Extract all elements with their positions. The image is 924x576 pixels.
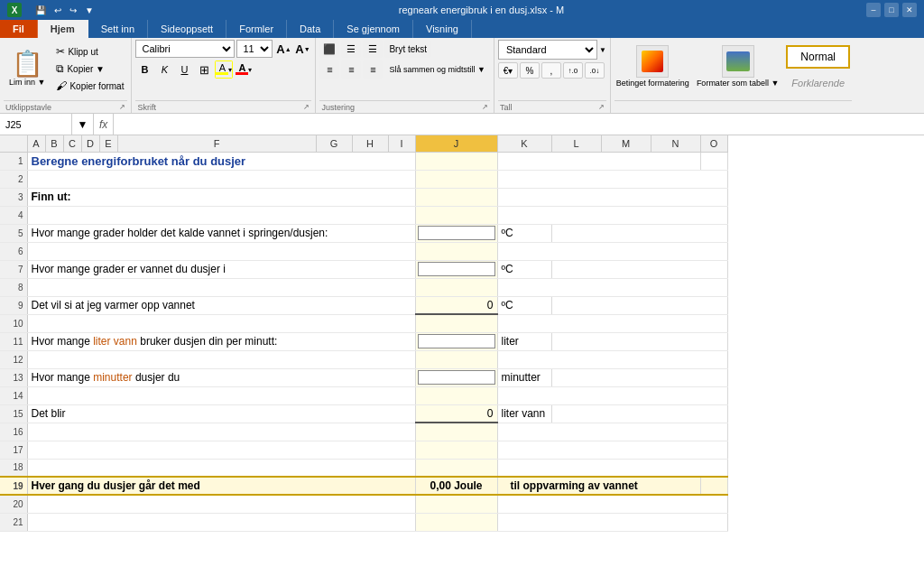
tab-visning[interactable]: Visning bbox=[413, 20, 472, 38]
col-header-A[interactable]: A bbox=[27, 135, 45, 152]
alignment-expand-icon[interactable]: ↗ bbox=[482, 103, 488, 111]
input-j5[interactable] bbox=[418, 226, 495, 240]
redo-btn[interactable]: ↪ bbox=[67, 5, 79, 16]
row-num-20[interactable]: 20 bbox=[0, 495, 27, 513]
col-header-O[interactable]: O bbox=[700, 135, 727, 152]
formula-expand-btn[interactable]: ▼ bbox=[72, 114, 94, 135]
input-j7[interactable] bbox=[418, 262, 495, 276]
row-num-11[interactable]: 11 bbox=[0, 332, 27, 350]
col-header-B[interactable]: B bbox=[45, 135, 63, 152]
top-align-btn[interactable]: ⬛ bbox=[319, 40, 339, 58]
col-header-J[interactable]: J bbox=[415, 135, 497, 152]
percent-btn[interactable]: % bbox=[520, 62, 540, 79]
cell-A7[interactable]: Hvor mange grader er vannet du dusjer i bbox=[27, 260, 415, 278]
cell-A13[interactable]: Hvor mange minutter dusjer du bbox=[27, 368, 415, 386]
col-header-N[interactable]: N bbox=[651, 135, 700, 152]
cell-J19[interactable]: 0,00 Joule bbox=[415, 477, 497, 495]
row-num-7[interactable]: 7 bbox=[0, 260, 27, 278]
row-num-18[interactable]: 18 bbox=[0, 459, 27, 477]
font-size-select[interactable]: 11 bbox=[236, 40, 273, 58]
col-header-I[interactable]: I bbox=[388, 135, 415, 152]
row-num-5[interactable]: 5 bbox=[0, 224, 27, 242]
cut-button[interactable]: ✂ Klipp ut bbox=[52, 43, 127, 60]
row-num-13[interactable]: 13 bbox=[0, 368, 27, 386]
underline-btn[interactable]: U bbox=[175, 60, 193, 79]
customize-btn[interactable]: ▼ bbox=[82, 5, 97, 16]
row-num-15[interactable]: 15 bbox=[0, 404, 27, 423]
bold-btn[interactable]: B bbox=[135, 60, 153, 79]
fill-color-btn[interactable]: A ▾ bbox=[215, 60, 233, 79]
tab-data[interactable]: Data bbox=[287, 20, 334, 38]
bottom-align-btn[interactable]: ☰ bbox=[363, 40, 383, 58]
cell-A9[interactable]: Det vil si at jeg varmer opp vannet bbox=[27, 296, 415, 314]
maximize-btn[interactable]: □ bbox=[884, 3, 899, 17]
col-header-E[interactable]: E bbox=[99, 135, 117, 152]
wrap-text-btn[interactable]: Bryt tekst bbox=[384, 40, 431, 58]
center-align-btn[interactable]: ≡ bbox=[341, 60, 361, 79]
grid-scroll-area[interactable]: A B C D E F G H I J K L M N O bbox=[0, 135, 924, 576]
forklarende-style-btn[interactable]: Forklarende bbox=[786, 70, 850, 96]
row-num-9[interactable]: 9 bbox=[0, 296, 27, 314]
close-btn[interactable]: ✕ bbox=[902, 3, 917, 17]
cell-A15[interactable]: Det blir bbox=[27, 404, 415, 423]
row-num-2[interactable]: 2 bbox=[0, 170, 27, 188]
thousand-sep-btn[interactable]: , bbox=[541, 62, 561, 79]
col-header-H[interactable]: H bbox=[352, 135, 388, 152]
row-num-6[interactable]: 6 bbox=[0, 242, 27, 260]
currency-btn[interactable]: €▾ bbox=[498, 62, 518, 79]
cell-A1[interactable]: Beregne energiforbruket når du dusjer bbox=[27, 152, 415, 170]
row-num-16[interactable]: 16 bbox=[0, 423, 27, 441]
increase-decimal-btn[interactable]: ↑.0 bbox=[563, 62, 583, 79]
row-num-19[interactable]: 19 bbox=[0, 477, 27, 495]
cell-J1[interactable] bbox=[415, 152, 497, 170]
merge-center-btn[interactable]: Slå sammen og midtstill ▼ bbox=[384, 60, 489, 79]
row-num-12[interactable]: 12 bbox=[0, 350, 27, 368]
minimize-btn[interactable]: – bbox=[866, 3, 881, 17]
grow-font-btn[interactable]: A▲ bbox=[274, 40, 292, 58]
tab-sett-inn[interactable]: Sett inn bbox=[88, 20, 148, 38]
tab-formler[interactable]: Formler bbox=[226, 20, 287, 38]
italic-btn[interactable]: K bbox=[155, 60, 173, 79]
font-color-btn[interactable]: A ▾ bbox=[235, 60, 253, 79]
tab-se-gjennom[interactable]: Se gjennom bbox=[334, 20, 413, 38]
border-btn[interactable]: ⊞ bbox=[195, 60, 213, 79]
row-num-17[interactable]: 17 bbox=[0, 441, 27, 459]
row-num-21[interactable]: 21 bbox=[0, 513, 27, 531]
format-as-table-btn[interactable]: Formater som tabell ▼ bbox=[695, 43, 781, 90]
col-header-D[interactable]: D bbox=[81, 135, 99, 152]
number-format-expand[interactable]: ▼ bbox=[599, 46, 606, 54]
col-header-C[interactable]: C bbox=[63, 135, 81, 152]
cell-J13[interactable] bbox=[415, 368, 497, 386]
tab-sideoppsett[interactable]: Sideoppsett bbox=[148, 20, 226, 38]
col-header-G[interactable]: G bbox=[316, 135, 352, 152]
col-header-F[interactable]: F bbox=[117, 135, 316, 152]
cell-J11[interactable] bbox=[415, 332, 497, 350]
col-header-K[interactable]: K bbox=[497, 135, 551, 152]
cell-J7[interactable] bbox=[415, 260, 497, 278]
cell-A5[interactable]: Hvor mange grader holder det kalde vanne… bbox=[27, 224, 415, 242]
cell-J15[interactable]: 0 bbox=[415, 404, 497, 423]
conditional-format-btn[interactable]: Betinget formatering bbox=[614, 43, 691, 90]
undo-btn[interactable]: ↩ bbox=[51, 5, 64, 16]
tab-hjem[interactable]: Hjem bbox=[38, 20, 88, 38]
cell-J5[interactable] bbox=[415, 224, 497, 242]
format-painter-button[interactable]: 🖌 Kopier format bbox=[52, 78, 127, 94]
paste-button[interactable]: 📋 Lim inn ▼ bbox=[5, 50, 49, 88]
input-j13[interactable] bbox=[418, 370, 495, 385]
font-expand-icon[interactable]: ↗ bbox=[303, 103, 310, 111]
copy-button[interactable]: ⧉ Kopier ▼ bbox=[52, 60, 127, 77]
left-align-btn[interactable]: ≡ bbox=[319, 60, 339, 79]
cell-reference-box[interactable]: J25 bbox=[0, 114, 72, 135]
font-name-select[interactable]: Calibri bbox=[135, 40, 235, 58]
col-header-M[interactable]: M bbox=[601, 135, 651, 152]
row-num-3[interactable]: 3 bbox=[0, 188, 27, 206]
clipboard-expand-icon[interactable]: ↗ bbox=[119, 103, 125, 111]
cell-J9[interactable]: 0 bbox=[415, 296, 497, 314]
cell-A3[interactable]: Finn ut: bbox=[27, 188, 415, 206]
number-format-select[interactable]: Standard bbox=[498, 40, 597, 60]
col-header-L[interactable]: L bbox=[551, 135, 601, 152]
row-num-8[interactable]: 8 bbox=[0, 278, 27, 296]
decrease-decimal-btn[interactable]: .0↓ bbox=[585, 62, 605, 79]
formula-input[interactable] bbox=[114, 119, 924, 130]
row-num-14[interactable]: 14 bbox=[0, 386, 27, 404]
